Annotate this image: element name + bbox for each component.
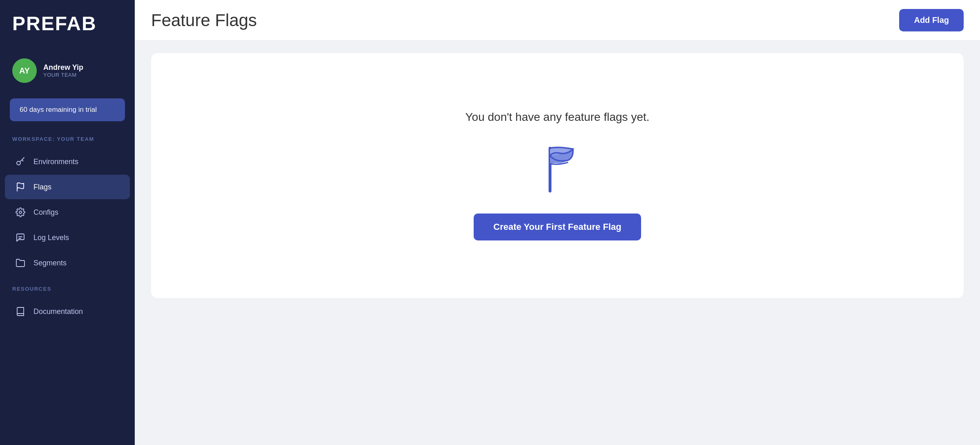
resources-label: RESOURCES	[0, 276, 135, 298]
key-icon	[15, 156, 26, 167]
flag-large-icon	[529, 140, 586, 197]
brand-name: PREFAB	[12, 13, 97, 34]
top-bar: Feature Flags Add Flag	[135, 0, 980, 41]
flag-icon	[15, 181, 26, 193]
svg-point-2	[19, 211, 22, 214]
user-team: YOUR TEAM	[43, 72, 83, 78]
add-flag-button[interactable]: Add Flag	[899, 9, 964, 31]
content-area: You don't have any feature flags yet.	[135, 41, 980, 445]
folder-icon	[15, 257, 26, 269]
svg-point-0	[17, 161, 20, 165]
user-name: Andrew Yip	[43, 63, 83, 72]
sidebar-item-flags[interactable]: Flags	[5, 175, 130, 199]
trial-badge[interactable]: 60 days remaining in trial	[10, 98, 125, 121]
empty-state-message: You don't have any feature flags yet.	[465, 111, 649, 124]
sidebar-item-documentation[interactable]: Documentation	[5, 299, 130, 324]
sidebar-item-label-segments: Segments	[33, 259, 67, 267]
book-icon	[15, 306, 26, 317]
sidebar-item-label-log-levels: Log Levels	[33, 234, 69, 242]
gear-icon	[15, 207, 26, 218]
user-info: Andrew Yip YOUR TEAM	[43, 63, 83, 78]
message-icon	[15, 232, 26, 243]
logo: PREFAB	[0, 0, 135, 47]
create-first-flag-button[interactable]: Create Your First Feature Flag	[474, 214, 641, 240]
sidebar-item-configs[interactable]: Configs	[5, 200, 130, 225]
sidebar: PREFAB AY Andrew Yip YOUR TEAM 60 days r…	[0, 0, 135, 445]
avatar: AY	[12, 58, 37, 83]
page-title: Feature Flags	[151, 11, 257, 30]
flag-illustration	[529, 140, 586, 197]
sidebar-item-label-flags: Flags	[33, 183, 51, 191]
empty-state-card: You don't have any feature flags yet.	[151, 53, 964, 298]
workspace-label: WORKSPACE: YOUR TEAM	[0, 131, 135, 149]
sidebar-item-label-configs: Configs	[33, 208, 58, 217]
user-profile: AY Andrew Yip YOUR TEAM	[0, 47, 135, 94]
sidebar-item-segments[interactable]: Segments	[5, 251, 130, 275]
sidebar-item-label-environments: Environments	[33, 158, 78, 166]
sidebar-item-log-levels[interactable]: Log Levels	[5, 225, 130, 250]
main-nav: Environments Flags Configs	[0, 149, 135, 276]
sidebar-item-label-documentation: Documentation	[33, 307, 83, 316]
sidebar-item-environments[interactable]: Environments	[5, 149, 130, 174]
main-content: Feature Flags Add Flag You don't have an…	[135, 0, 980, 445]
